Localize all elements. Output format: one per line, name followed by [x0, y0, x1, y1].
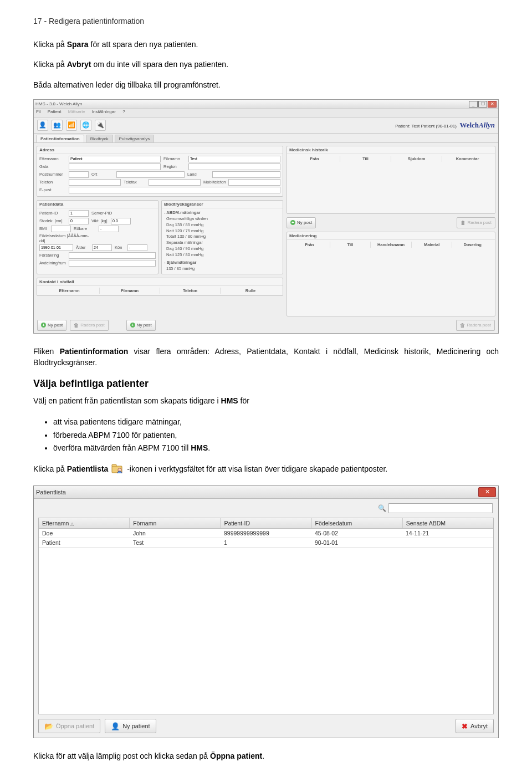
radera-post-button-bottom-right[interactable]: 🗑Radera post — [456, 320, 495, 331]
bp-self: - Självmätningar — [164, 260, 280, 266]
open-patient-button[interactable]: 📂Öppna patient — [38, 719, 100, 733]
input-storlek[interactable] — [69, 218, 89, 224]
input-ort[interactable] — [116, 171, 185, 178]
menu-installningar[interactable]: Inställningar — [92, 109, 116, 114]
table-row[interactable]: Patient Test 1 90-01-01 — [39, 538, 493, 548]
new-patient-icon[interactable]: 👥 — [52, 120, 63, 131]
label-pid: Patient-ID — [39, 211, 66, 216]
search-icon: 🔍 — [378, 504, 386, 512]
new-patient-button[interactable]: 👤Ny patient — [105, 719, 156, 733]
menu-help[interactable]: ? — [122, 109, 125, 114]
col-label: Efternamn — [42, 520, 69, 527]
select-list: att visa patientens tidigare mätningar, … — [53, 416, 499, 455]
col-fodelsedatum[interactable]: Födelsedatum — [312, 518, 403, 528]
panel-patientdata: Patientdata Patient-IDServer-PID Storlek… — [37, 200, 158, 274]
tab-pulsvagsanalys[interactable]: Pulsvågsanalys — [115, 135, 155, 142]
tab-blodtryck[interactable]: Blodtryck — [86, 135, 113, 142]
ny-post-button-bottom-mid[interactable]: +Ny post — [126, 320, 156, 331]
minimize-icon[interactable]: _ — [469, 101, 478, 108]
device-icon[interactable]: 📶 — [66, 120, 77, 131]
brand-logo: WelchAllyn — [459, 121, 495, 129]
cell — [402, 538, 493, 547]
patient-label: Patient: Test Patient (90-01-01) — [395, 124, 457, 129]
cell: 99999999999999 — [221, 529, 311, 538]
text: Klicka på — [33, 465, 67, 474]
col-efternamn[interactable]: Efternamn△ — [39, 518, 130, 528]
input-vikt[interactable] — [111, 218, 131, 224]
plug-icon[interactable]: 🔌 — [95, 120, 106, 131]
cancel-button[interactable]: ✖Avbryt — [456, 719, 494, 733]
input-postnummer[interactable] — [69, 171, 89, 178]
toolbar: 👤 👥 📶 🌐 🔌 Patient: Test Patient (90-01-0… — [34, 117, 498, 134]
window-title: HMS - 3.0 - Welch Allyn — [35, 101, 82, 106]
panel-kontakt: Kontakt i nödfall Efternamn Förnamn Tele… — [37, 278, 283, 296]
btn-label: Radera post — [80, 323, 105, 328]
label-telefax: Telefax — [124, 180, 146, 185]
col-fran2: Från — [289, 242, 330, 248]
close-icon[interactable]: ✕ — [488, 101, 497, 108]
btn-label: Ny post — [137, 323, 152, 328]
medication-scroll[interactable] — [289, 248, 493, 314]
input-fodelse[interactable] — [39, 244, 73, 251]
input-kon[interactable] — [127, 244, 147, 251]
label-serverpid: Server-PID — [91, 211, 114, 216]
btn-label: Öppna patient — [56, 723, 94, 729]
col-pid[interactable]: Patient-ID — [221, 518, 311, 528]
input-fornamn[interactable] — [188, 156, 280, 162]
input-avdelning[interactable] — [69, 260, 156, 267]
patient-list-icon[interactable]: 👤 — [37, 120, 48, 131]
cell: 45-08-02 — [311, 529, 402, 538]
input-telefax[interactable] — [149, 179, 201, 186]
medhist-scroll[interactable] — [289, 162, 493, 212]
menu-fil[interactable]: Fil — [36, 109, 40, 114]
bp-line: Separata mätningar — [164, 240, 280, 246]
label-bmi: BMI — [39, 226, 48, 231]
ny-post-button-bottom-left[interactable]: +Ny post — [37, 320, 66, 331]
input-epost[interactable] — [69, 187, 280, 193]
list-item: förbereda ABPM 7100 för patienten, — [53, 429, 499, 442]
panel-header-patientdata: Patientdata — [37, 201, 158, 208]
panel-header-adress: Adress — [37, 146, 283, 154]
input-forsakring[interactable] — [69, 252, 156, 259]
page-header: 17 - Redigera patientinformation — [33, 17, 499, 25]
mid-para: Fliken Patientinformation visar flera om… — [33, 346, 499, 369]
window-title-bar: HMS - 3.0 - Welch Allyn _ ☐ ✕ — [34, 100, 498, 109]
label-efternamn: Efternamn — [39, 156, 66, 161]
cell: 90-01-01 — [311, 538, 402, 547]
cell: Patient — [39, 538, 130, 547]
label-avdelning: Avdelning/rum — [39, 260, 66, 265]
col-senaste[interactable]: Senaste ABDM — [403, 518, 493, 528]
globe-icon[interactable]: 🌐 — [80, 120, 91, 131]
ny-post-button[interactable]: +Ny post — [287, 217, 316, 228]
col-fornamn[interactable]: Förnamn — [130, 518, 221, 528]
app-main-area: Adress EfternamnFörnamn GataRegion Postn… — [34, 143, 498, 318]
maximize-icon[interactable]: ☐ — [478, 101, 487, 108]
patient-table: Efternamn△ Förnamn Patient-ID Födelsedat… — [38, 518, 494, 714]
table-header: Efternamn△ Förnamn Patient-ID Födelsedat… — [39, 518, 493, 529]
close-icon[interactable]: ✕ — [478, 487, 496, 497]
tabs-row: Patientinformation Blodtryck Pulsvågsana… — [34, 134, 498, 143]
input-rokare[interactable] — [99, 226, 119, 232]
list-item: överföra mätvärden från ABPM 7100 till H… — [53, 442, 499, 455]
menu-patient[interactable]: Patient — [48, 109, 62, 114]
input-land[interactable] — [212, 171, 280, 178]
table-row[interactable]: Doe John 99999999999999 45-08-02 14-11-2… — [39, 529, 493, 538]
cell: 1 — [221, 538, 311, 547]
input-efternamn[interactable] — [69, 156, 161, 162]
label-fornamn: Förnamn — [163, 156, 186, 161]
plus-icon: + — [130, 323, 135, 328]
tab-patientinformation[interactable]: Patientinformation — [36, 135, 84, 142]
menu-matserie[interactable]: Mätserie — [68, 109, 85, 114]
radera-post-button-bottom-left[interactable]: 🗑Radera post — [70, 320, 109, 331]
trash-icon: 🗑 — [461, 220, 466, 226]
text: för att spara den nya patienten. — [89, 40, 198, 49]
input-gata[interactable] — [69, 163, 161, 170]
input-telefon[interactable] — [69, 179, 121, 186]
input-region[interactable] — [188, 163, 280, 170]
input-pid[interactable] — [69, 210, 89, 217]
input-mobil[interactable] — [228, 179, 280, 186]
search-input[interactable] — [388, 503, 493, 513]
radera-post-button[interactable]: 🗑Radera post — [457, 217, 495, 228]
text: överföra mätvärden från ABPM 7100 till — [53, 443, 191, 452]
table-empty-area — [39, 548, 493, 714]
